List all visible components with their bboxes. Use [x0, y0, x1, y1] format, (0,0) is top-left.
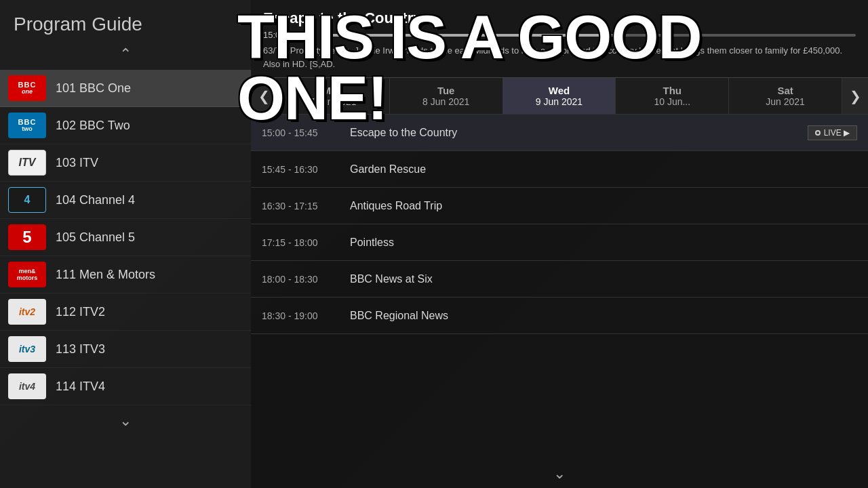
- channel-item-112[interactable]: itv2112 ITV2: [0, 293, 251, 331]
- channel-logo-105: 5: [8, 224, 46, 250]
- scroll-down-programs-button[interactable]: ⌄: [251, 460, 868, 488]
- channel-logo-113: itv3: [8, 336, 46, 362]
- program-title-4: BBC News at Six: [350, 273, 857, 285]
- program-time-0: 15:00 - 15:45: [262, 127, 350, 138]
- program-time-3: 17:15 - 18:00: [262, 237, 350, 248]
- right-panel: Escape to the Country 15:00 - 15:45 63/7…: [251, 0, 868, 488]
- program-time-1: 15:45 - 16:30: [262, 164, 350, 175]
- live-badge-0: LIVE ▶: [808, 125, 857, 140]
- channel-logo-114: itv4: [8, 373, 46, 399]
- program-detail-header: Escape to the Country 15:00 - 15:45 63/7…: [251, 0, 868, 78]
- channel-logo-103: ITV: [8, 150, 46, 176]
- channel-item-105[interactable]: 5105 Channel 5: [0, 219, 251, 256]
- program-detail-time: 15:00 - 15:45: [263, 30, 856, 40]
- channel-logo-111: men&motors: [8, 262, 46, 287]
- channel-name-105: 105 Channel 5: [56, 230, 135, 245]
- program-title-2: Antiques Road Trip: [350, 200, 857, 212]
- scroll-down-channels-button[interactable]: ⌄: [0, 405, 251, 436]
- program-title-5: BBC Regional News: [350, 310, 857, 322]
- program-rows: 15:00 - 15:45Escape to the CountryLIVE ▶…: [251, 115, 868, 460]
- channel-item-102[interactable]: BBCtwo102 BBC Two: [0, 107, 251, 144]
- channel-name-101: 101 BBC One: [56, 81, 131, 96]
- program-time-5: 18:30 - 19:00: [262, 310, 350, 321]
- live-dot: [815, 130, 821, 136]
- date-tab-3[interactable]: Thu10 Jun...: [616, 78, 729, 114]
- program-row-0[interactable]: 15:00 - 15:45Escape to the CountryLIVE ▶: [251, 115, 868, 151]
- left-panel: Program Guide ⌃ BBCone101 BBC OneBBCtwo1…: [0, 0, 251, 488]
- program-detail-description: 63/70. Property series. Jonnie Irwin hea…: [263, 44, 856, 70]
- channel-item-113[interactable]: itv3113 ITV3: [0, 331, 251, 368]
- channel-name-103: 103 ITV: [56, 156, 98, 170]
- program-detail-title: Escape to the Country: [263, 9, 856, 27]
- channel-logo-112: itv2: [8, 299, 46, 325]
- date-tab-0[interactable]: Mon7 Jun 2021: [277, 78, 390, 114]
- channel-item-103[interactable]: ITV103 ITV: [0, 144, 251, 182]
- channel-name-114: 114 ITV4: [56, 380, 105, 394]
- program-title-0: Escape to the Country: [350, 127, 808, 139]
- program-row-5[interactable]: 18:30 - 19:00BBC Regional News: [251, 298, 868, 334]
- page-title: Program Guide: [0, 0, 251, 42]
- channel-list: BBCone101 BBC OneBBCtwo102 BBC TwoITV103…: [0, 70, 251, 405]
- date-tab-2[interactable]: Wed9 Jun 2021: [503, 78, 616, 114]
- channel-logo-101: BBCone: [8, 75, 46, 101]
- date-tab-1[interactable]: Tue8 Jun 2021: [390, 78, 503, 114]
- channel-logo-104: 4: [8, 187, 46, 213]
- program-row-3[interactable]: 17:15 - 18:00Pointless: [251, 224, 868, 261]
- program-row-1[interactable]: 15:45 - 16:30Garden Rescue: [251, 151, 868, 188]
- channel-item-104[interactable]: 4104 Channel 4: [0, 182, 251, 219]
- program-time-4: 18:00 - 18:30: [262, 274, 350, 285]
- next-date-button[interactable]: ❯: [842, 78, 868, 114]
- channel-item-111[interactable]: men&motors111 Men & Motors: [0, 256, 251, 293]
- progress-fill: [322, 34, 616, 37]
- date-tab-4[interactable]: SatJun 2021: [729, 78, 842, 114]
- channel-item-101[interactable]: BBCone101 BBC One: [0, 70, 251, 107]
- channel-name-112: 112 ITV2: [56, 305, 105, 319]
- program-row-4[interactable]: 18:00 - 18:30BBC News at Six: [251, 261, 868, 298]
- program-title-1: Garden Rescue: [350, 163, 857, 176]
- channel-name-111: 111 Men & Motors: [56, 268, 155, 282]
- channel-item-114[interactable]: itv4114 ITV4: [0, 368, 251, 405]
- program-row-2[interactable]: 16:30 - 17:15Antiques Road Trip: [251, 188, 868, 224]
- channel-name-113: 113 ITV3: [56, 342, 105, 357]
- channel-logo-102: BBCtwo: [8, 113, 46, 138]
- date-tabs: Mon7 Jun 2021Tue8 Jun 2021Wed9 Jun 2021T…: [277, 78, 842, 114]
- date-navigation: ❮ Mon7 Jun 2021Tue8 Jun 2021Wed9 Jun 202…: [251, 78, 868, 115]
- prev-date-button[interactable]: ❮: [251, 78, 277, 114]
- channel-name-104: 104 Channel 4: [56, 193, 135, 207]
- progress-bar: [322, 34, 856, 37]
- channel-name-102: 102 BBC Two: [56, 119, 130, 133]
- program-time-2: 16:30 - 17:15: [262, 201, 350, 211]
- scroll-up-button[interactable]: ⌃: [0, 42, 251, 70]
- program-title-3: Pointless: [350, 237, 857, 249]
